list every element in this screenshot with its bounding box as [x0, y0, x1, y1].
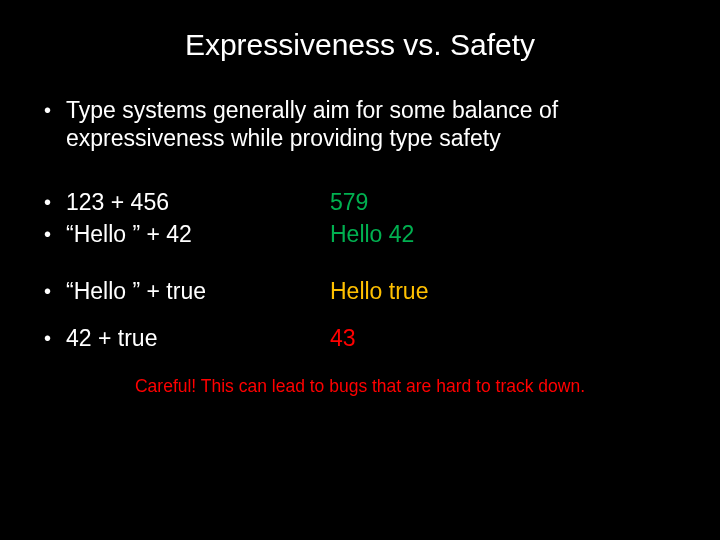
expression: 123 + 456 [66, 189, 169, 215]
caption-warning: Careful! This can lead to bugs that are … [40, 376, 680, 397]
intro-text: Type systems generally aim for some bala… [66, 97, 558, 151]
bullet-icon: • [44, 98, 51, 122]
intro-paragraph: • Type systems generally aim for some ba… [40, 96, 680, 152]
bullet-icon: • [44, 326, 51, 352]
slide: Expressiveness vs. Safety • Type systems… [0, 0, 720, 540]
bullet-icon: • [44, 279, 51, 305]
bullet-icon: • [44, 222, 51, 248]
result: Hello 42 [330, 220, 680, 249]
result: 43 [330, 324, 680, 353]
bullet-icon: • [44, 190, 51, 216]
result: 579 [330, 188, 680, 217]
expression: “Hello ” + 42 [66, 221, 192, 247]
expression: “Hello ” + true [66, 278, 206, 304]
slide-title: Expressiveness vs. Safety [40, 28, 680, 62]
example-row: • “Hello ” + 42 Hello 42 [40, 220, 680, 249]
example-row: • “Hello ” + true Hello true [40, 277, 680, 306]
example-row: • 42 + true 43 [40, 324, 680, 353]
result: Hello true [330, 277, 680, 306]
expression: 42 + true [66, 325, 157, 351]
example-row: • 123 + 456 579 [40, 188, 680, 217]
